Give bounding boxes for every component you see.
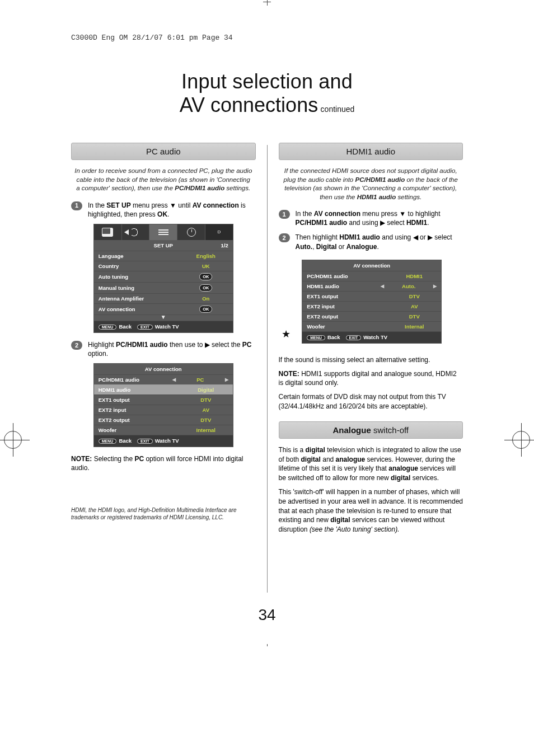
osd-row-woofer: Woofer <box>307 323 325 330</box>
osd-page-indicator: 1/2 <box>173 242 228 248</box>
osd-row-country: Country <box>99 263 119 269</box>
page-title: Input selection and AV connections conti… <box>38 70 496 117</box>
osd-av-connection-menu-hdmi: AV connection PC/HDMI1 audioHDMI1 HDMI1 … <box>302 260 441 343</box>
pc-audio-step-2: 2 Highlight PC/HDMI1 audio then use to ▶… <box>71 340 256 358</box>
osd-tab-dtv-icon: D <box>205 224 233 240</box>
osd-row-hdmi1-audio: HDMI1 audio <box>307 283 339 289</box>
left-arrow-icon: ◀ <box>381 284 384 289</box>
osd-tab-sound-icon <box>122 224 150 240</box>
osd-row-ext2-output: EXT2 output <box>307 313 338 320</box>
osd-row-woofer: Woofer <box>99 427 117 433</box>
osd-setup-menu: D SET UP 1/2 LanguageEnglish CountryUK A… <box>94 224 233 332</box>
registration-mark-right <box>512 431 530 449</box>
right-arrow-icon: ▶ <box>225 377 228 382</box>
osd-av-title: AV connection <box>353 262 390 269</box>
title-line-1: Input selection and <box>38 70 496 93</box>
osd-title-text: SET UP <box>154 242 173 248</box>
analogue-switchoff-header: Analogue switch-off <box>279 421 463 439</box>
osd-row-hdmi1-audio: HDMI1 audio <box>99 387 131 393</box>
osd-row-av-connection: AV connection <box>99 306 135 312</box>
osd-tab-features-icon <box>149 224 177 240</box>
step-number-2: 2 <box>279 233 290 242</box>
title-line-2: AV connections <box>180 93 318 116</box>
osd-av-title: AV connection <box>145 366 182 372</box>
osd-scroll-down-icon: ▼ <box>94 314 233 321</box>
left-column: PC audio In order to receive sound from … <box>71 143 256 595</box>
osd-row-ext1-output: EXT1 output <box>307 293 338 299</box>
title-continued: continued <box>321 105 355 114</box>
osd-row-pc-hdmi1: PC/HDMI1 audio <box>307 273 348 279</box>
hdmi1-audio-header: HDMI1 audio <box>279 143 463 160</box>
osd-av-connection-menu-pc: AV connection PC/HDMI1 audio ◀PC▶ HDMI1 … <box>94 364 233 447</box>
pc-audio-note: NOTE: Selecting the PC option will force… <box>71 454 256 472</box>
right-arrow-icon: ▶ <box>433 284 437 289</box>
right-column: HDMI1 audio If the connected HDMI source… <box>279 143 463 595</box>
left-arrow-icon: ◀ <box>172 377 176 382</box>
pc-audio-step-1: 1 In the SET UP menu press ▼ until AV co… <box>71 201 256 219</box>
analogue-para-1: This is a digital television which is in… <box>279 445 463 483</box>
hdmi1-para-3: Certain formats of DVD disk may not outp… <box>279 392 463 411</box>
hdmi1-audio-intro: If the connected HDMI source does not su… <box>282 167 460 201</box>
osd-row-manual-tuning: Manual tuning <box>99 285 134 291</box>
hdmi1-step-2: 2 Then highlight HDMI1 audio and using ◀… <box>279 233 463 251</box>
osd-row-antenna-amp: Antenna Amplifier <box>99 295 144 302</box>
osd-row-auto-tuning: Auto tuning <box>99 274 128 280</box>
crop-mark-bottom <box>263 644 271 646</box>
registration-mark-left <box>4 431 22 449</box>
step-number-1: 1 <box>279 210 290 219</box>
page-number: 34 <box>38 606 496 624</box>
print-slug: C3000D Eng OM 28/1/07 6:01 pm Page 34 <box>38 11 496 48</box>
osd-row-language: Language <box>99 253 124 259</box>
pc-audio-intro: In order to receive sound from a connect… <box>74 167 252 193</box>
hdmi1-note: NOTE: HDMI1 supports digital and analogu… <box>279 369 463 388</box>
column-divider <box>267 145 268 593</box>
osd-tab-picture-icon <box>94 224 122 240</box>
step-number-1: 1 <box>71 201 82 210</box>
hdmi1-step-1: 1 In the AV connection menu press ▼ to h… <box>279 209 463 227</box>
step-number-2: 2 <box>71 341 82 350</box>
analogue-para-2: This 'switch-off' will happen in a numbe… <box>279 487 463 534</box>
osd-row-pc-hdmi1: PC/HDMI1 audio <box>99 377 139 383</box>
osd-tab-timer-icon <box>177 224 205 240</box>
osd-row-ext2-input: EXT2 input <box>99 407 127 413</box>
osd-row-ext2-output: EXT2 output <box>99 417 130 423</box>
crop-mark-top <box>263 0 271 2</box>
hdmi1-para-1: If the sound is missing select an altern… <box>279 355 463 365</box>
pc-audio-header: PC audio <box>71 143 256 160</box>
osd-row-ext2-input: EXT2 input <box>307 303 335 309</box>
osd-row-ext1-output: EXT1 output <box>99 397 130 403</box>
hdmi-legal-notice: HDMI, the HDMI logo, and High-Definition… <box>71 506 256 521</box>
